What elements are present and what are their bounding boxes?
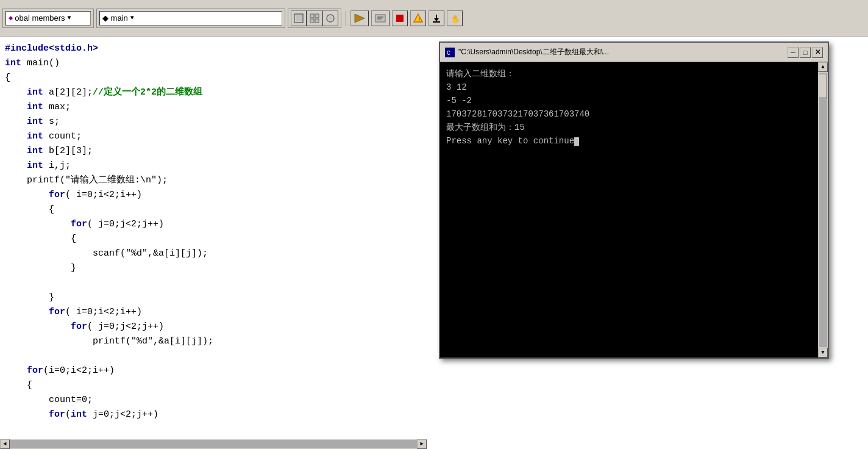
code-s: s; <box>43 115 60 129</box>
view-btn-2[interactable] <box>307 10 322 26</box>
scrollbar-down-btn[interactable]: ▼ <box>818 348 828 357</box>
scrollbar-up-btn[interactable]: ▲ <box>818 62 828 72</box>
code-for5-body: (i=0;i<2;i++) <box>43 364 115 378</box>
code-empty2 <box>5 349 10 364</box>
svg-rect-9 <box>375 15 385 22</box>
terminal-app-icon: C <box>445 48 455 57</box>
terminal-line-3: -5 -2 <box>446 94 812 107</box>
warning-btn[interactable]: ! <box>410 10 426 26</box>
svg-rect-4 <box>310 19 314 23</box>
code-indent-2 <box>5 100 27 115</box>
svg-rect-3 <box>315 14 319 18</box>
code-brace-open: { <box>5 71 10 85</box>
terminal-output: 请输入二维数组： 3 12 -5 -2 17037281703732170373… <box>440 62 818 357</box>
terminal-line-5: 最大子数组和为：15 <box>446 121 812 134</box>
code-kw-for3: for <box>49 305 65 320</box>
code-for6-open: ( <box>65 408 71 422</box>
view-btn-1[interactable] <box>291 10 307 26</box>
code-kw-int-s: int <box>27 115 43 129</box>
terminal-title-text: "C:\Users\admin\Desktop\二维子数组最大和\... <box>458 47 788 57</box>
terminal-line-6: Press any key to continue <box>446 134 812 148</box>
code-indent-5 <box>5 144 27 159</box>
hand-btn[interactable]: ✋ <box>447 10 463 26</box>
scroll-right-btn[interactable]: ► <box>417 439 427 449</box>
build-icon <box>354 13 366 24</box>
code-kw-for4: for <box>71 320 87 334</box>
code-kw-int: int <box>5 56 21 71</box>
terminal-cursor <box>574 137 579 146</box>
global-members-label: obal members <box>15 13 65 23</box>
code-for5-indent <box>5 364 27 378</box>
view-btn-3[interactable] <box>322 10 338 26</box>
code-for1 <box>5 188 49 203</box>
rebuild-icon <box>374 13 386 24</box>
stop-icon <box>395 13 405 23</box>
view-icon-3 <box>326 13 335 23</box>
view-icon-1 <box>294 13 304 23</box>
toolbar: ◆ obal members ▼ ◆ main ▼ <box>0 0 868 37</box>
code-kw-for1: for <box>49 188 65 203</box>
code-line-23: for (i=0;i<2;i++) <box>0 364 868 378</box>
svg-rect-1 <box>296 15 302 21</box>
code-kw-for5: for <box>27 364 43 378</box>
code-kw-for6: for <box>49 408 65 422</box>
code-brace3: { <box>5 232 76 246</box>
terminal-line-1: 请输入二维数组： <box>446 67 812 81</box>
code-for4-body: ( j=0;j<2;j++) <box>87 320 164 334</box>
svg-text:!: ! <box>418 17 421 23</box>
diamond-icon: ◆ <box>9 13 13 23</box>
code-kw-int-ij: int <box>27 159 43 173</box>
scrollbar-track[interactable] <box>819 73 827 347</box>
terminal-controls: ─ □ ✕ <box>788 47 823 58</box>
code-scanf: scanf("%d",&a[i][j]); <box>5 246 208 261</box>
svg-rect-5 <box>315 19 319 23</box>
code-for2-body: ( j=0;j<2;j++) <box>87 217 164 232</box>
code-brace5: } <box>5 290 54 305</box>
scroll-track[interactable] <box>10 440 417 448</box>
code-indent-3 <box>5 115 27 129</box>
code-indent-6 <box>5 159 27 173</box>
svg-point-7 <box>329 16 332 20</box>
terminal-content-area: 请输入二维数组： 3 12 -5 -2 17037281703732170373… <box>440 62 828 357</box>
code-comment-1: //定义一个2*2的二维数组 <box>93 85 202 100</box>
code-b-arr: b[2][3]; <box>43 144 93 159</box>
view-buttons-group <box>288 9 341 28</box>
download-icon <box>432 13 441 23</box>
download-btn[interactable] <box>429 10 444 26</box>
code-line-24: { <box>0 378 868 393</box>
maximize-btn[interactable]: □ <box>800 47 811 58</box>
code-for4-indent <box>5 320 71 334</box>
terminal-scrollbar[interactable]: ▲ ▼ <box>818 62 828 357</box>
code-kw-int-b: int <box>27 144 43 159</box>
close-btn[interactable]: ✕ <box>812 47 823 58</box>
stop-btn[interactable] <box>392 10 408 26</box>
code-kw-for2: for <box>71 217 87 232</box>
main-label: ◆ main <box>102 13 128 23</box>
code-indent-1 <box>5 85 27 100</box>
terminal-icon-svg: C <box>446 48 454 57</box>
terminal-window: C "C:\Users\admin\Desktop\二维子数组最大和\... ─… <box>439 41 829 359</box>
dropdown-arrow-icon: ▼ <box>68 15 71 21</box>
code-inner-indent <box>5 217 71 232</box>
scroll-left-btn[interactable]: ◄ <box>0 439 10 449</box>
svg-marker-16 <box>434 18 439 21</box>
code-brace4: } <box>5 261 76 276</box>
code-include: #include<stdio.h> <box>5 41 98 56</box>
code-for6-body: j=0;j<2;j++) <box>87 408 158 422</box>
terminal-line-4: 1703728170373217037361703740 <box>446 107 812 121</box>
svg-rect-2 <box>310 14 314 18</box>
minimize-btn[interactable]: ─ <box>788 47 799 58</box>
bottom-scrollbar[interactable]: ◄ ► <box>0 439 427 449</box>
hand-icon: ✋ <box>450 13 460 23</box>
code-kw-int-j: int <box>71 408 87 422</box>
code-kw-int-a: int <box>27 85 43 100</box>
global-members-dropdown[interactable]: ◆ obal members ▼ <box>5 11 91 26</box>
code-ij: i,j; <box>43 159 71 173</box>
scrollbar-thumb[interactable] <box>819 74 827 98</box>
build-btn[interactable] <box>350 10 369 26</box>
code-indent-4 <box>5 129 27 144</box>
rebuild-btn[interactable] <box>371 10 390 26</box>
code-printf1: printf("请输入二维数组:\n"); <box>5 173 168 188</box>
main-function-dropdown[interactable]: ◆ main ▼ <box>99 11 282 26</box>
code-for3-body: ( i=0;i<2;i++) <box>65 305 142 320</box>
